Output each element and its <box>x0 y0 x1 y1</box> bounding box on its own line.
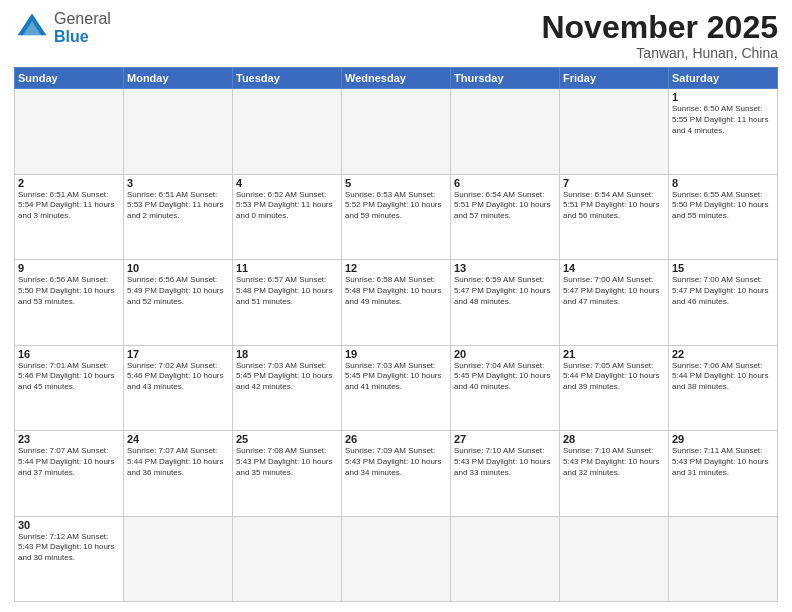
table-cell <box>124 89 233 174</box>
col-saturday: Saturday <box>669 68 778 89</box>
table-cell <box>342 516 451 601</box>
day-number: 16 <box>18 348 120 360</box>
table-cell: 3Sunrise: 6:51 AM Sunset: 5:53 PM Daylig… <box>124 174 233 259</box>
table-cell <box>560 516 669 601</box>
table-cell: 8Sunrise: 6:55 AM Sunset: 5:50 PM Daylig… <box>669 174 778 259</box>
table-cell: 6Sunrise: 6:54 AM Sunset: 5:51 PM Daylig… <box>451 174 560 259</box>
logo-text: General Blue <box>54 10 111 45</box>
table-cell: 5Sunrise: 6:53 AM Sunset: 5:52 PM Daylig… <box>342 174 451 259</box>
table-cell: 12Sunrise: 6:58 AM Sunset: 5:48 PM Dayli… <box>342 260 451 345</box>
day-info: Sunrise: 6:59 AM Sunset: 5:47 PM Dayligh… <box>454 275 556 307</box>
calendar-row: 2Sunrise: 6:51 AM Sunset: 5:54 PM Daylig… <box>15 174 778 259</box>
day-number: 4 <box>236 177 338 189</box>
day-info: Sunrise: 6:57 AM Sunset: 5:48 PM Dayligh… <box>236 275 338 307</box>
weekday-row: Sunday Monday Tuesday Wednesday Thursday… <box>15 68 778 89</box>
day-info: Sunrise: 7:11 AM Sunset: 5:43 PM Dayligh… <box>672 446 774 478</box>
day-number: 8 <box>672 177 774 189</box>
table-cell: 23Sunrise: 7:07 AM Sunset: 5:44 PM Dayli… <box>15 431 124 516</box>
day-info: Sunrise: 7:00 AM Sunset: 5:47 PM Dayligh… <box>672 275 774 307</box>
day-number: 7 <box>563 177 665 189</box>
table-cell: 18Sunrise: 7:03 AM Sunset: 5:45 PM Dayli… <box>233 345 342 430</box>
table-cell: 4Sunrise: 6:52 AM Sunset: 5:53 PM Daylig… <box>233 174 342 259</box>
day-info: Sunrise: 6:54 AM Sunset: 5:51 PM Dayligh… <box>563 190 665 222</box>
col-sunday: Sunday <box>15 68 124 89</box>
day-number: 15 <box>672 262 774 274</box>
day-number: 28 <box>563 433 665 445</box>
table-cell: 7Sunrise: 6:54 AM Sunset: 5:51 PM Daylig… <box>560 174 669 259</box>
day-number: 1 <box>672 91 774 103</box>
day-number: 22 <box>672 348 774 360</box>
col-monday: Monday <box>124 68 233 89</box>
table-cell <box>233 516 342 601</box>
table-cell <box>669 516 778 601</box>
table-cell: 10Sunrise: 6:56 AM Sunset: 5:49 PM Dayli… <box>124 260 233 345</box>
day-number: 30 <box>18 519 120 531</box>
day-info: Sunrise: 7:10 AM Sunset: 5:43 PM Dayligh… <box>563 446 665 478</box>
calendar-table: Sunday Monday Tuesday Wednesday Thursday… <box>14 67 778 602</box>
table-cell: 14Sunrise: 7:00 AM Sunset: 5:47 PM Dayli… <box>560 260 669 345</box>
day-info: Sunrise: 7:07 AM Sunset: 5:44 PM Dayligh… <box>18 446 120 478</box>
day-number: 12 <box>345 262 447 274</box>
header: General Blue November 2025 Tanwan, Hunan… <box>14 10 778 61</box>
day-info: Sunrise: 6:53 AM Sunset: 5:52 PM Dayligh… <box>345 190 447 222</box>
day-info: Sunrise: 6:51 AM Sunset: 5:54 PM Dayligh… <box>18 190 120 222</box>
day-info: Sunrise: 6:56 AM Sunset: 5:50 PM Dayligh… <box>18 275 120 307</box>
day-number: 10 <box>127 262 229 274</box>
day-info: Sunrise: 7:06 AM Sunset: 5:44 PM Dayligh… <box>672 361 774 393</box>
day-number: 13 <box>454 262 556 274</box>
table-cell <box>451 516 560 601</box>
table-cell: 25Sunrise: 7:08 AM Sunset: 5:43 PM Dayli… <box>233 431 342 516</box>
day-info: Sunrise: 6:58 AM Sunset: 5:48 PM Dayligh… <box>345 275 447 307</box>
day-number: 20 <box>454 348 556 360</box>
calendar-row: 16Sunrise: 7:01 AM Sunset: 5:46 PM Dayli… <box>15 345 778 430</box>
calendar-row: 9Sunrise: 6:56 AM Sunset: 5:50 PM Daylig… <box>15 260 778 345</box>
day-number: 23 <box>18 433 120 445</box>
logo: General Blue <box>14 10 111 46</box>
day-info: Sunrise: 7:00 AM Sunset: 5:47 PM Dayligh… <box>563 275 665 307</box>
table-cell: 28Sunrise: 7:10 AM Sunset: 5:43 PM Dayli… <box>560 431 669 516</box>
table-cell <box>451 89 560 174</box>
day-number: 6 <box>454 177 556 189</box>
day-number: 14 <box>563 262 665 274</box>
day-info: Sunrise: 6:56 AM Sunset: 5:49 PM Dayligh… <box>127 275 229 307</box>
day-number: 9 <box>18 262 120 274</box>
title-block: November 2025 Tanwan, Hunan, China <box>541 10 778 61</box>
table-cell: 24Sunrise: 7:07 AM Sunset: 5:44 PM Dayli… <box>124 431 233 516</box>
table-cell: 20Sunrise: 7:04 AM Sunset: 5:45 PM Dayli… <box>451 345 560 430</box>
day-info: Sunrise: 7:05 AM Sunset: 5:44 PM Dayligh… <box>563 361 665 393</box>
day-number: 27 <box>454 433 556 445</box>
table-cell: 17Sunrise: 7:02 AM Sunset: 5:46 PM Dayli… <box>124 345 233 430</box>
table-cell <box>342 89 451 174</box>
day-info: Sunrise: 7:12 AM Sunset: 5:43 PM Dayligh… <box>18 532 120 564</box>
table-cell: 21Sunrise: 7:05 AM Sunset: 5:44 PM Dayli… <box>560 345 669 430</box>
day-info: Sunrise: 6:51 AM Sunset: 5:53 PM Dayligh… <box>127 190 229 222</box>
location: Tanwan, Hunan, China <box>541 45 778 61</box>
day-info: Sunrise: 7:02 AM Sunset: 5:46 PM Dayligh… <box>127 361 229 393</box>
table-cell: 27Sunrise: 7:10 AM Sunset: 5:43 PM Dayli… <box>451 431 560 516</box>
day-number: 17 <box>127 348 229 360</box>
logo-blue: Blue <box>54 28 89 45</box>
table-cell <box>233 89 342 174</box>
table-cell: 2Sunrise: 6:51 AM Sunset: 5:54 PM Daylig… <box>15 174 124 259</box>
day-info: Sunrise: 6:55 AM Sunset: 5:50 PM Dayligh… <box>672 190 774 222</box>
page: General Blue November 2025 Tanwan, Hunan… <box>0 0 792 612</box>
table-cell: 30Sunrise: 7:12 AM Sunset: 5:43 PM Dayli… <box>15 516 124 601</box>
calendar-row: 23Sunrise: 7:07 AM Sunset: 5:44 PM Dayli… <box>15 431 778 516</box>
table-cell: 19Sunrise: 7:03 AM Sunset: 5:45 PM Dayli… <box>342 345 451 430</box>
table-cell: 13Sunrise: 6:59 AM Sunset: 5:47 PM Dayli… <box>451 260 560 345</box>
day-info: Sunrise: 7:03 AM Sunset: 5:45 PM Dayligh… <box>345 361 447 393</box>
day-number: 18 <box>236 348 338 360</box>
table-cell <box>560 89 669 174</box>
day-info: Sunrise: 7:08 AM Sunset: 5:43 PM Dayligh… <box>236 446 338 478</box>
calendar-body: 1Sunrise: 6:50 AM Sunset: 5:55 PM Daylig… <box>15 89 778 602</box>
day-number: 24 <box>127 433 229 445</box>
day-number: 3 <box>127 177 229 189</box>
calendar-header: Sunday Monday Tuesday Wednesday Thursday… <box>15 68 778 89</box>
day-info: Sunrise: 7:04 AM Sunset: 5:45 PM Dayligh… <box>454 361 556 393</box>
day-number: 29 <box>672 433 774 445</box>
day-info: Sunrise: 6:54 AM Sunset: 5:51 PM Dayligh… <box>454 190 556 222</box>
logo-icon <box>14 10 50 46</box>
table-cell: 16Sunrise: 7:01 AM Sunset: 5:46 PM Dayli… <box>15 345 124 430</box>
table-cell: 22Sunrise: 7:06 AM Sunset: 5:44 PM Dayli… <box>669 345 778 430</box>
day-number: 19 <box>345 348 447 360</box>
